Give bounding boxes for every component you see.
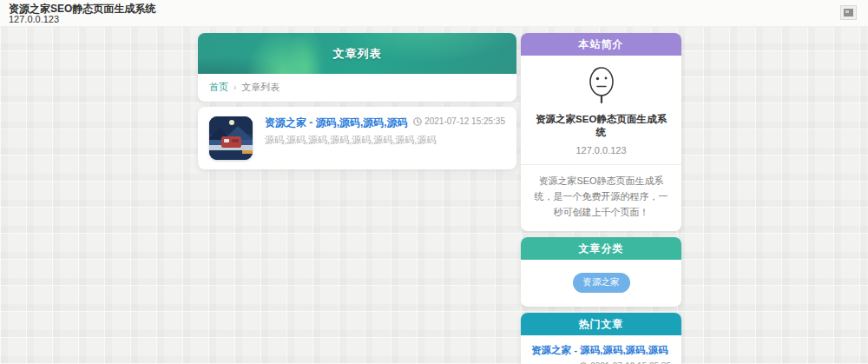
hot-articles-body: 资源之家 - 源码,源码,源码,源码 2021-07-12 15:25:35 [521,335,681,364]
categories-header: 文章分类 [521,237,681,260]
sidebar: 本站简介 资源之家SEO静态页面生成系统 127.0.0.123 资源之家SEO… [521,33,681,364]
site-intro-address: 127.0.0.123 [531,145,671,156]
top-bar: 资源之家SEO静态页面生成系统 127.0.0.123 [0,0,868,27]
site-intro-description: 资源之家SEO静态页面生成系统，是一个免费开源的程序，一秒可创建上千个页面！ [531,173,671,220]
article-description: 源码,源码,源码,源码,源码,源码,源码,源码 [265,135,505,146]
clock-icon [413,117,422,126]
breadcrumb-current: 文章列表 [241,81,279,94]
main-column: 文章列表 首页 › 文章列表 [198,33,516,169]
broken-image-icon[interactable] [840,5,857,20]
article-list-header-card: 文章列表 首页 › 文章列表 [198,33,516,102]
divider [521,164,681,165]
article-body: 资源之家 - 源码,源码,源码,源码 2021-07-12 15:25:35 源… [265,116,505,146]
doodle-face-avatar [582,64,621,106]
site-title: 资源之家SEO静态页面生成系统 [9,3,155,14]
night-scene-illustration [209,116,253,160]
breadcrumb-home-link[interactable]: 首页 [209,81,228,94]
article-list-item: 资源之家 - 源码,源码,源码,源码 2021-07-12 15:25:35 源… [198,107,516,169]
hot-article-link[interactable]: 资源之家 - 源码,源码,源码,源码 [531,344,671,356]
hot-articles-header: 热门文章 [521,313,681,335]
breadcrumb: 首页 › 文章列表 [198,74,516,102]
article-title-link[interactable]: 资源之家 - 源码,源码,源码,源码 [265,116,408,129]
aurora-banner: 文章列表 [198,33,516,74]
broken-image-glyph [844,9,853,17]
breadcrumb-separator-icon: › [233,83,236,92]
categories-card: 文章分类 资源之家 [521,237,681,307]
site-intro-header: 本站简介 [521,33,681,56]
site-subtitle: 127.0.0.123 [9,15,59,24]
category-button[interactable]: 资源之家 [573,273,630,293]
site-intro-name: 资源之家SEO静态页面生成系统 [531,113,671,139]
article-timestamp: 2021-07-12 15:25:35 [413,116,505,127]
categories-body: 资源之家 [521,260,681,307]
article-thumbnail[interactable] [209,116,253,160]
page-title: 文章列表 [333,46,382,62]
site-intro-body: 资源之家SEO静态页面生成系统 127.0.0.123 资源之家SEO静态页面生… [521,56,681,231]
site-intro-card: 本站简介 资源之家SEO静态页面生成系统 127.0.0.123 资源之家SEO… [521,33,681,231]
hot-articles-card: 热门文章 资源之家 - 源码,源码,源码,源码 2021-07-12 15:25… [521,313,681,364]
